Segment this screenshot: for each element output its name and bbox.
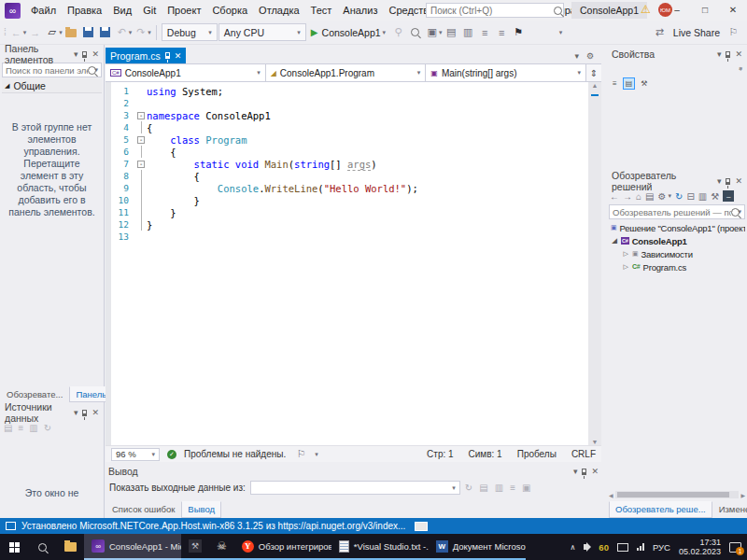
code-line[interactable]: 4{ [111,121,588,133]
pending-changes-filter-icon[interactable]: ⚙ [658,191,667,202]
data-sources-options-icon[interactable]: ▾ [74,408,78,417]
toolbar-options-icon[interactable]: ▾ [559,29,563,36]
line-indicator[interactable]: Стр: 1 [427,449,453,459]
save-all-button[interactable] [97,24,113,41]
solution-explorer-header[interactable]: Обозреватель решений ▾ ✕ [609,174,745,189]
filter-dropdown-icon[interactable]: ▾ [668,192,671,200]
data-sources-close-icon[interactable]: ✕ [92,408,99,417]
navigate-forward-button[interactable]: → [27,24,43,41]
show-hidden-icons-chevron[interactable]: ∧ [570,543,575,552]
goto-prev-message-icon[interactable]: ▤ [479,483,487,493]
properties-pin-icon[interactable] [726,51,730,58]
scroll-up-icon[interactable]: ▲ [592,82,599,89]
breakpoints-dropdown-icon[interactable]: ▾ [439,29,443,36]
code-line[interactable]: 13 [111,231,588,243]
taskbar-app-yandex-browser[interactable]: Y Обзор интегриров... [234,534,331,560]
hot-reload-icon[interactable]: ⚲ [390,24,406,41]
member-dropdown[interactable]: ▣ Main(string[] args) ▾ [426,64,586,81]
collapsed-arrow-icon[interactable]: ▷ [622,250,629,258]
output-source-dropdown[interactable]: ▾ [250,481,460,495]
solution-close-icon[interactable]: ✕ [735,176,742,186]
uncomment-button[interactable] [544,24,560,41]
code-line[interactable]: 6 { [111,146,588,158]
undo-dropdown-icon[interactable]: ▾ [129,29,133,36]
solution-options-icon[interactable]: ▾ [717,176,722,186]
edit-data-source-icon[interactable]: ≡ [18,423,23,433]
taskbar-app-word[interactable]: W Документ Microso... [429,534,526,560]
show-all-files-icon[interactable]: ▥ [698,191,707,202]
taskbar-search-button[interactable] [28,534,56,560]
start-button[interactable] [0,534,28,560]
properties-header[interactable]: Свойства ▾ ✕ [609,47,745,62]
output-header[interactable]: Вывод ▾ ✕ [106,464,601,479]
menu-file[interactable]: Файл [25,0,62,21]
tab-program-cs[interactable]: Program.cs ✕ [106,48,186,63]
chevron-down-icon[interactable]: ▾ [315,451,318,458]
code-line[interactable]: 8 { [111,170,588,182]
menu-git[interactable]: Git [137,0,162,21]
toolbox-options-icon[interactable]: ▾ [74,49,78,59]
properties-scrollbar[interactable]: ▲ [736,63,745,170]
code-line[interactable]: 5- class Program [111,133,588,146]
volume-icon[interactable] [584,544,587,550]
step-into-button[interactable]: ▥ [460,24,476,41]
code-editor[interactable]: 1using System;23-namespace ConsoleApp14{… [106,82,588,445]
properties-wrench-icon[interactable]: ⚒ [711,191,719,202]
comment-button[interactable] [528,24,543,41]
scrollbar-thumb[interactable] [617,492,730,497]
taskbar-app-tools[interactable]: ⚒ [181,534,209,560]
taskbar-app-game[interactable]: ☠ [209,534,234,560]
configure-data-source-icon[interactable]: ▥ [29,423,37,433]
alphabetical-sort-icon[interactable]: ▤ [623,77,636,90]
new-file-button[interactable]: ▱ [44,24,60,41]
live-share-button[interactable]: Live Share [673,27,720,38]
code-line[interactable]: 7- static void Main(string[] args) [111,158,588,170]
solution-search-box[interactable]: ▾ [609,204,745,219]
code-line[interactable]: 12} [111,218,588,231]
open-file-button[interactable] [63,24,79,41]
find-message-icon[interactable]: ↻ [465,483,472,493]
tab-output[interactable]: Вывод [181,501,221,518]
output-options-icon[interactable]: ▾ [573,467,578,476]
preview-selected-items-icon[interactable]: – [723,190,734,202]
tab-pin-icon[interactable] [165,52,170,59]
language-indicator[interactable]: РУС [653,542,670,553]
editor-gear-icon[interactable]: ⚙ [586,51,594,61]
navigate-backward-button[interactable]: ← [8,24,24,41]
word-wrap-icon[interactable]: ▣ [522,483,530,493]
bookmark-button[interactable]: ⚑ [511,24,527,41]
increase-indent-button[interactable]: ≡ [494,24,510,41]
feedback-icon[interactable]: ⚐ [726,24,741,41]
tab-git-changes[interactable]: Изменения Git — п... [712,501,747,518]
tab-solution-explorer-left[interactable]: Обозревате... [0,386,69,402]
clock[interactable]: 17:31 05.02.2023 [679,538,721,556]
scroll-up-icon[interactable]: ▲ [738,65,743,71]
output-close-icon[interactable]: ✕ [591,467,599,476]
menu-project[interactable]: Проект [162,0,206,21]
code-line[interactable]: 11 } [111,206,588,218]
refresh-data-source-icon[interactable]: ↻ [44,423,51,433]
code-line[interactable]: 10 } [111,194,588,206]
document-list-dropdown-icon[interactable]: ▾ [574,51,579,61]
toolbox-close-icon[interactable]: ✕ [92,49,99,59]
redo-button[interactable]: ↷ [133,24,148,41]
back-circle-icon[interactable]: ← [610,191,619,202]
code-line[interactable]: 2 [111,97,588,109]
toolbox-header[interactable]: Панель элементов ▾ ✕ [2,47,102,62]
account-project-button[interactable]: ConsoleApp1 [571,2,647,19]
tree-item-solution[interactable]: ▣ Решение "ConsoleApp1" (проекты: 1 из 1… [609,221,745,234]
eol-indicator[interactable]: CRLF [571,449,596,459]
maximize-button[interactable]: □ [691,0,719,21]
collapsed-arrow-icon[interactable]: ▷ [622,263,629,271]
zoom-dropdown[interactable]: 96 % ▾ [111,448,160,461]
toolbox-search-box[interactable]: ▾ [2,63,102,77]
forward-circle-icon[interactable]: → [623,191,632,202]
switch-views-icon[interactable]: ▤ [645,191,654,202]
save-button[interactable] [80,24,96,41]
scroll-down-icon[interactable]: ▼ [592,439,599,445]
notification-warning-icon[interactable]: ⚠ [641,3,651,16]
menu-view[interactable]: Вид [107,0,137,21]
tree-item-dependencies[interactable]: ▷ ▣ Зависимости [609,247,745,260]
tree-item-program-cs[interactable]: ▷ C# Program.cs [609,260,745,273]
undo-button[interactable]: ↶ [114,24,130,41]
